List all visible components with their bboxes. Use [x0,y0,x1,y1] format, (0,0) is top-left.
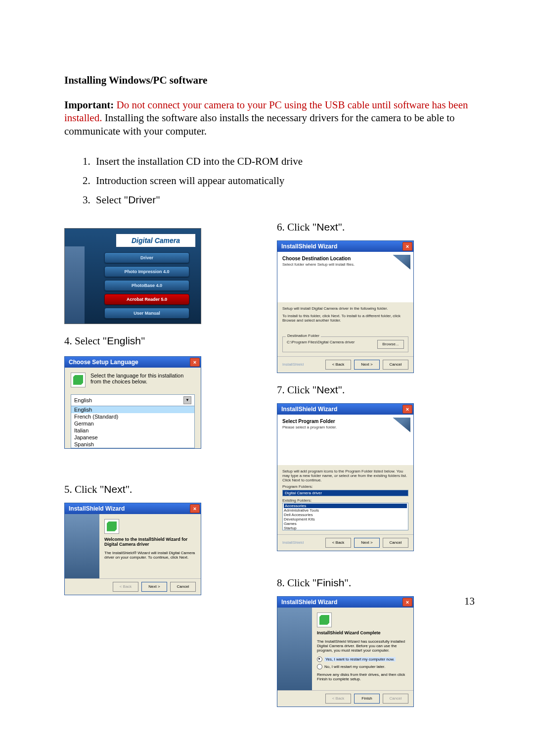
intro-rest: Installing the software also installs th… [64,112,455,137]
program-folder-input[interactable]: Digital Camera driver [282,490,408,496]
intro-label: Important: [64,99,114,111]
program-folder-titlebar: InstallShield Wizard × [277,404,413,415]
welcome-heading: Welcome to the InstallShield Wizard for … [104,537,196,547]
close-icon[interactable]: × [402,598,412,607]
welcome-text: The InstallShield® Wizard will install D… [104,551,196,560]
welcome-dialog: InstallShield Wizard × Welcome to the In… [64,503,201,595]
step-2: Introduction screen will appear automati… [93,175,470,187]
finish-dialog: InstallShield Wizard × InstallShield Wiz… [277,596,414,707]
language-option[interactable]: German [71,420,194,427]
left-column: Digital Camera Driver Photo Impression 4… [64,221,257,718]
restart-later-label: No, I will restart my computer later. [324,664,385,669]
restart-now-radio[interactable]: Yes, I want to restart my computer now. [317,657,408,662]
installshield-brand: InstallShield [282,362,304,367]
close-icon[interactable]: × [190,358,200,367]
program-folder-sub: Please select a program folder. [282,425,408,429]
language-combo[interactable]: English ▼ English French (Standard) Germ… [71,394,195,448]
step-4: 4. Select "English" [64,335,257,347]
language-option-list[interactable]: English French (Standard) German Italian… [71,406,194,448]
language-dialog: Choose Setup Language × Select the langu… [64,356,201,449]
finish-text: The InstallShield Wizard has successfull… [317,639,408,653]
folder-option[interactable]: Startup [284,526,407,530]
language-selected: English [74,397,92,403]
dropdown-icon[interactable]: ▼ [183,396,191,404]
step-3-tail: " [156,194,160,206]
back-button: < Back [113,582,138,592]
step-6: 6. Click "Next". [277,221,470,234]
close-icon[interactable]: × [190,504,200,513]
cd-menu-item-photoimpression[interactable]: Photo Impression 4.0 [104,266,189,277]
folder-option[interactable]: Dell Accessories [284,513,407,517]
back-button[interactable]: < Back [325,360,351,370]
cancel-button[interactable]: Cancel [383,360,408,370]
language-option[interactable]: Italian [71,427,194,434]
next-button[interactable]: Next > [141,582,167,592]
next-button[interactable]: Next > [354,538,380,548]
finish-heading: InstallShield Wizard Complete [317,630,408,635]
finish-text-2: Remove any disks from their drives, and … [317,672,408,681]
close-icon[interactable]: × [402,242,412,251]
cancel-button: Cancel [383,694,408,704]
radio-icon [317,657,322,662]
back-button[interactable]: < Back [325,538,351,548]
program-folder-label: Program Folders: [282,484,408,489]
program-folder-desc: Setup will add program icons to the Prog… [282,469,408,482]
folder-option[interactable]: Administrative Tools [284,508,407,513]
document-page: Installing Windows/PC software Important… [0,0,534,756]
installshield-brand: InstallShield [282,540,304,545]
language-option[interactable]: French (Standard) [71,413,194,420]
step-8: 8. Click "Finish". [277,577,470,589]
right-column: 6. Click "Next". InstallShield Wizard × … [277,221,470,718]
step-3-pre: Select " [96,194,128,206]
cd-menu-item-driver[interactable]: Driver [104,252,189,263]
welcome-dialog-titlebar: InstallShield Wizard × [65,503,201,514]
step-1: Insert the installation CD into the CD-R… [93,155,470,168]
restart-now-label: Yes, I want to restart my computer now. [324,657,396,662]
step-5: 5. Click "Next". [64,483,257,496]
cd-menu-item-photobase[interactable]: PhotoBase 4.0 [104,280,189,291]
radio-icon [317,664,322,669]
close-icon[interactable]: × [402,405,412,414]
next-button[interactable]: Next > [354,360,380,370]
page-number: 13 [464,595,475,608]
destination-text2: To install to this folder, click Next. T… [282,314,408,323]
finish-button[interactable]: Finish [354,694,380,704]
intro-paragraph: Important: Do not connect your camera to… [64,98,470,138]
setup-icon [104,519,119,534]
finish-dialog-titlebar: InstallShield Wizard × [277,597,413,608]
destination-dialog: InstallShield Wizard × Choose Destinatio… [277,240,414,373]
folder-option[interactable]: Development Kits [284,517,407,521]
two-column-layout: Digital Camera Driver Photo Impression 4… [64,221,470,718]
folder-option[interactable]: Games [284,521,407,526]
top-steps-list: Insert the installation CD into the CD-R… [79,155,470,206]
cd-menu-sidebar [65,246,85,324]
existing-folders-label: Existing Folders: [282,498,408,503]
finish-side-image [277,608,312,690]
language-option[interactable]: English [71,406,194,413]
cancel-button[interactable]: Cancel [170,582,196,592]
language-option[interactable]: Japanese [71,434,194,441]
cd-menu-item-manual[interactable]: User Manual [104,308,189,319]
step-3: Select "Driver" [93,194,470,206]
program-folder-dialog: InstallShield Wizard × Select Program Fo… [277,403,414,551]
destination-heading: Choose Destination Location [282,256,408,261]
program-folder-heading: Select Program Folder [282,419,408,424]
welcome-side-image [65,514,99,578]
restart-later-radio[interactable]: No, I will restart my computer later. [317,664,408,669]
destination-folder-legend: Destination Folder [286,333,321,338]
step-3-quoted: Driver [128,194,156,205]
language-dialog-titlebar: Choose Setup Language × [65,357,201,368]
setup-icon [71,373,86,387]
language-option[interactable]: Spanish [71,441,194,448]
folder-option[interactable]: Accessories [284,504,407,508]
existing-folders-list[interactable]: Accessories Administrative Tools Dell Ac… [282,503,408,530]
destination-text1: Setup will install Digital Camera driver… [282,306,408,311]
language-dialog-prompt: Select the language for this installatio… [90,373,195,387]
step-7: 7. Click "Next". [277,384,470,396]
cancel-button[interactable]: Cancel [383,538,408,548]
language-dialog-title: Choose Setup Language [69,359,138,366]
browse-button[interactable]: Browse... [377,340,404,349]
destination-dialog-titlebar: InstallShield Wizard × [277,241,413,252]
cd-menu-item-acrobat[interactable]: Acrobat Reader 5.0 [104,294,189,305]
destination-sub: Select folder where Setup will install f… [282,262,408,267]
